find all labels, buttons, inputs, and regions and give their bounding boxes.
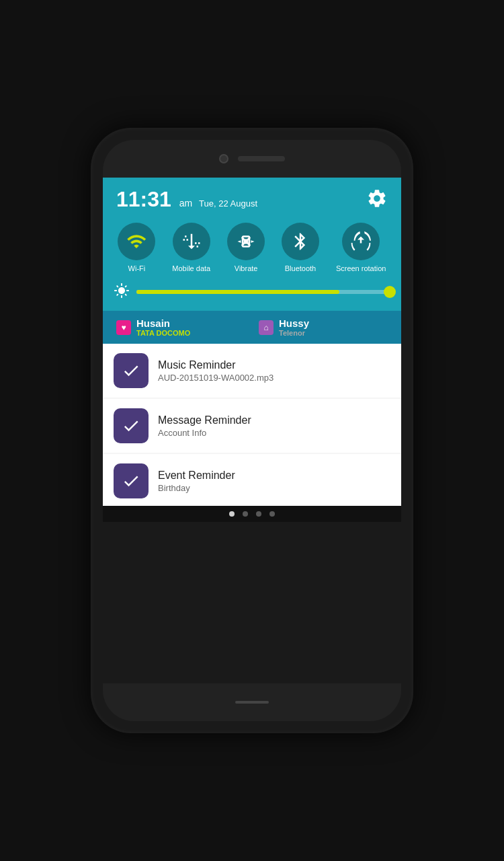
screen-rotation-label: Screen rotation: [336, 264, 386, 273]
phone-device: 11:31 am Tue, 22 August: [91, 128, 413, 733]
brightness-thumb: [384, 286, 396, 298]
time-display: 11:31 am: [116, 187, 192, 212]
toggle-vibrate[interactable]: Vibrate: [227, 223, 265, 273]
notif-icon-message: [114, 408, 149, 443]
page-dot-1: [243, 511, 248, 517]
toggle-mobile-data[interactable]: Mobile data: [172, 223, 210, 273]
notif-subtitle-music: AUD-20151019-WA0002.mp3: [158, 373, 390, 383]
phone-bottom-bar: [103, 683, 401, 721]
notif-title-event: Event Reminder: [158, 470, 390, 482]
page-dots: [103, 506, 401, 522]
earpiece-speaker: [238, 156, 285, 161]
time-value: 11:31: [116, 187, 171, 211]
quick-toggles-row: Wi-Fi Mobile data: [103, 217, 401, 278]
page-dot-3: [269, 511, 275, 517]
sim2-carrier: Telenor: [279, 329, 309, 337]
bluetooth-label: Bluetooth: [285, 264, 316, 273]
vibrate-circle: [227, 223, 265, 260]
notif-icon-music: [114, 353, 149, 388]
sim2-icon: ⌂: [259, 320, 274, 335]
notification-item-event[interactable]: Event Reminder Birthday: [103, 454, 401, 505]
notif-text-music: Music Reminder AUD-20151019-WA0002.mp3: [158, 359, 390, 383]
sim1-carrier: TATA DOCOMO: [136, 329, 190, 337]
notif-text-message: Message Reminder Account Info: [158, 414, 390, 438]
home-indicator: [235, 701, 269, 704]
sim1-name: Husain: [136, 317, 190, 329]
sim-row: ♥ Husain TATA DOCOMO ⌂ Hussy Telenor: [103, 311, 401, 344]
notif-icon-event: [114, 463, 149, 498]
phone-screen-area: 11:31 am Tue, 22 August: [103, 140, 401, 721]
sim1-item[interactable]: ♥ Husain TATA DOCOMO: [116, 317, 245, 337]
wifi-circle: [118, 223, 155, 260]
page-dot-0: [229, 511, 235, 517]
notification-item-music[interactable]: Music Reminder AUD-20151019-WA0002.mp3: [103, 344, 401, 398]
wallpaper-area: [103, 522, 401, 683]
sim1-info: Husain TATA DOCOMO: [136, 317, 190, 337]
brightness-fill: [136, 290, 339, 294]
brightness-slider[interactable]: [136, 290, 390, 294]
sim1-icon: ♥: [116, 320, 131, 335]
notif-subtitle-event: Birthday: [158, 483, 390, 493]
notif-text-event: Event Reminder Birthday: [158, 470, 390, 493]
mobile-data-circle: [173, 223, 210, 260]
toggle-wifi[interactable]: Wi-Fi: [118, 223, 155, 273]
notif-title-message: Message Reminder: [158, 414, 390, 426]
toggle-screen-rotation[interactable]: Screen rotation: [336, 223, 386, 273]
vibrate-label: Vibrate: [235, 264, 258, 273]
screen-rotation-circle: [342, 223, 380, 260]
front-camera: [219, 154, 228, 163]
toggle-bluetooth[interactable]: Bluetooth: [282, 223, 319, 273]
am-pm: am: [179, 198, 192, 209]
mobile-data-label: Mobile data: [172, 264, 210, 273]
sim2-item[interactable]: ⌂ Hussy Telenor: [259, 317, 388, 337]
phone-top-bar: [103, 140, 401, 178]
notifications-list: Music Reminder AUD-20151019-WA0002.mp3 M…: [103, 344, 401, 505]
settings-icon[interactable]: [366, 188, 388, 212]
page-dot-2: [256, 511, 261, 517]
wifi-label: Wi-Fi: [128, 264, 146, 273]
brightness-icon: [114, 283, 130, 301]
sim2-name: Hussy: [279, 317, 309, 329]
date-display: Tue, 22 August: [199, 198, 257, 209]
brightness-row: [103, 278, 401, 311]
notif-title-music: Music Reminder: [158, 359, 390, 371]
status-bar: 11:31 am Tue, 22 August: [103, 178, 401, 217]
phone-screen: 11:31 am Tue, 22 August: [103, 178, 401, 683]
bluetooth-circle: [282, 223, 319, 260]
notification-item-message[interactable]: Message Reminder Account Info: [103, 399, 401, 453]
notif-subtitle-message: Account Info: [158, 428, 390, 438]
notification-panel: 11:31 am Tue, 22 August: [103, 178, 401, 344]
sim2-info: Hussy Telenor: [279, 317, 309, 337]
